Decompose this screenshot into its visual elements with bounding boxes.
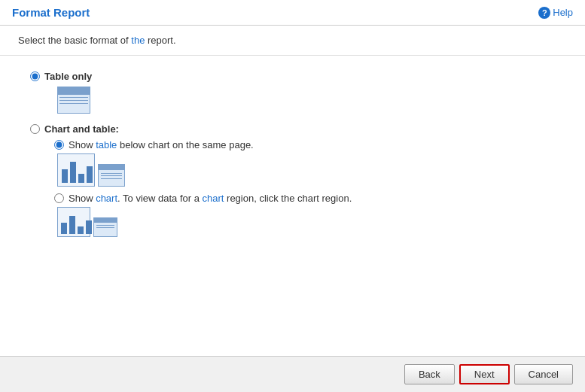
main-content: Table only Chart and table: Show t	[0, 56, 585, 260]
chart-region-link: chart	[203, 193, 224, 204]
table-icon-lines	[58, 95, 90, 106]
chart-bar-s4	[86, 220, 92, 234]
cancel-button[interactable]: Cancel	[514, 364, 573, 384]
table-line-2	[59, 100, 88, 101]
chart-and-table-radio-row: Chart and table:	[30, 123, 555, 135]
subtitle-text-link: the	[131, 35, 145, 46]
table-only-radio[interactable]	[30, 71, 40, 81]
table-only-option-group: Table only	[30, 71, 555, 116]
chart-and-table-option-group: Chart and table: Show table below chart …	[30, 123, 555, 237]
chart-table-icons	[57, 153, 555, 187]
show-table-below-label: Show table below chart on the same page.	[69, 139, 254, 150]
show-chart-radio[interactable]	[54, 193, 64, 203]
back-button[interactable]: Back	[404, 364, 455, 384]
show-table-below-radio[interactable]	[54, 140, 64, 150]
subtitle-text-before: Select the basic format of	[18, 35, 131, 46]
chart-and-table-table-icon	[98, 164, 125, 187]
chart-bar-4	[87, 166, 93, 183]
table-only-radio-row: Table only	[30, 71, 555, 82]
table-only-label[interactable]: Table only	[44, 71, 92, 82]
help-icon: ?	[538, 7, 550, 19]
chart-and-table-radio[interactable]	[30, 124, 40, 134]
chart-bars-small	[61, 214, 92, 234]
table-tiny-lines	[94, 223, 117, 229]
show-table-link: table	[96, 139, 117, 150]
table-only-icon-row	[57, 87, 555, 116]
table-tiny-line-2	[96, 227, 114, 228]
table-small-line-3	[101, 178, 123, 179]
show-chart-label: Show chart. To view data for a chart reg…	[69, 193, 352, 204]
chart-bar-s2	[69, 216, 75, 234]
show-chart-icons	[57, 207, 555, 237]
show-chart-table-icon	[93, 217, 117, 237]
dialog-header: Format Report ? Help	[0, 0, 585, 26]
chart-bars	[62, 160, 93, 183]
show-chart-radio-row: Show chart. To view data for a chart reg…	[54, 193, 555, 204]
show-table-below-radio-row: Show table below chart on the same page.	[54, 139, 555, 150]
help-link[interactable]: ? Help	[538, 7, 573, 19]
dialog-footer: Back Next Cancel	[0, 356, 585, 392]
dialog-title: Format Report	[12, 6, 90, 19]
table-tiny-line-1	[96, 225, 114, 226]
show-chart-icon	[57, 207, 90, 237]
help-label: Help	[553, 7, 573, 18]
chart-bar-2	[70, 162, 76, 183]
table-small-line-1	[101, 173, 123, 174]
chart-bar-s3	[78, 226, 84, 234]
subtitle-text-after: report.	[145, 35, 175, 46]
subtitle-area: Select the basic format of the report.	[0, 26, 585, 56]
table-line-1	[59, 97, 88, 98]
table-line-3	[59, 103, 88, 104]
table-only-icon	[57, 87, 90, 114]
table-small-line-2	[101, 175, 123, 176]
chart-bar-s1	[61, 223, 67, 234]
next-button[interactable]: Next	[459, 364, 510, 384]
show-chart-link: chart	[96, 193, 117, 204]
chart-bar-1	[62, 169, 68, 183]
table-small-lines	[99, 171, 124, 181]
chart-and-table-chart-icon	[57, 153, 95, 187]
show-chart-subgroup: Show chart. To view data for a chart reg…	[54, 193, 555, 237]
chart-and-table-label[interactable]: Chart and table:	[44, 123, 119, 135]
chart-bar-3	[78, 174, 84, 183]
show-table-below-subgroup: Show table below chart on the same page.	[54, 139, 555, 187]
